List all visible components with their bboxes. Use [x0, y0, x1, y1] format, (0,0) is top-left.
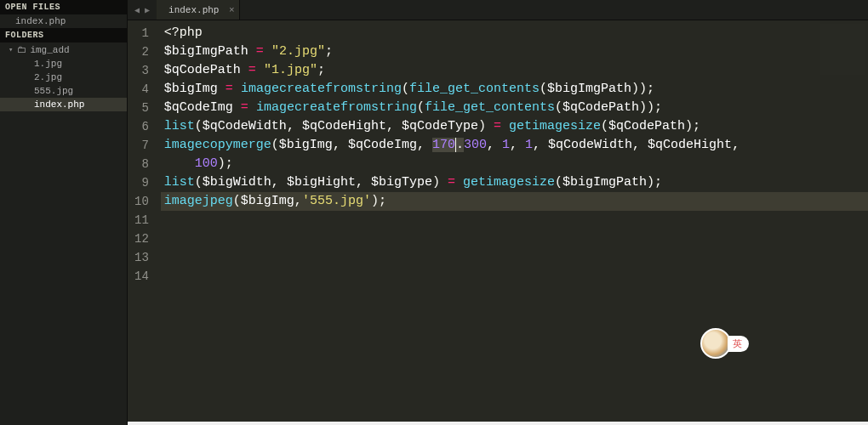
folder-root[interactable]: 🗀 img_add — [0, 42, 127, 57]
main-panel: ◀ ▶ index.php × 1234567891011121314 <?ph… — [128, 0, 868, 425]
sidebar: OPEN FILES index.php FOLDERS 🗀 img_add 1… — [0, 0, 128, 425]
file-item[interactable]: 1.jpg — [0, 57, 127, 71]
nav-right-icon[interactable]: ▶ — [143, 5, 151, 15]
ime-label: 英 — [728, 336, 749, 352]
ime-widget[interactable]: 英 — [700, 328, 749, 359]
file-item-active[interactable]: index.php — [0, 98, 127, 111]
folder-icon: 🗀 — [16, 44, 26, 55]
gutter: 1234567891011121314 — [128, 20, 161, 425]
bottom-strip — [128, 422, 868, 425]
open-files-header: OPEN FILES — [0, 0, 127, 14]
code-area[interactable]: <?php$bigImgPath = "2.jpg";$qCodePath = … — [161, 20, 868, 425]
tab-nav: ◀ ▶ — [128, 0, 157, 20]
folder-label: img_add — [30, 45, 69, 55]
tab-active[interactable]: index.php × — [157, 0, 240, 20]
folders-header: FOLDERS — [0, 28, 127, 42]
editor[interactable]: 1234567891011121314 <?php$bigImgPath = "… — [128, 20, 868, 425]
file-item[interactable]: 2.jpg — [0, 71, 127, 84]
avatar-icon — [700, 328, 731, 359]
tab-label: index.php — [168, 5, 219, 15]
nav-left-icon[interactable]: ◀ — [133, 5, 141, 15]
file-item[interactable]: 555.jpg — [0, 84, 127, 98]
close-icon[interactable]: × — [229, 5, 235, 15]
tab-bar: ◀ ▶ index.php × — [128, 0, 868, 20]
open-file-item[interactable]: index.php — [0, 14, 127, 28]
